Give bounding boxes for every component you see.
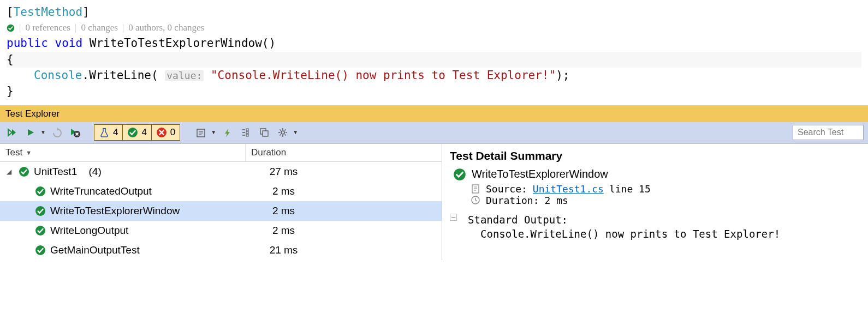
test-row[interactable]: GetMainOutputTest21 ms <box>0 240 442 260</box>
stdout-label: Standard Output: <box>468 214 568 226</box>
source-line: line 15 <box>609 183 651 195</box>
settings-button[interactable] <box>275 125 290 140</box>
code-editor[interactable]: [TestMethod] | 0 references | 0 changes … <box>0 0 868 105</box>
run-button[interactable] <box>23 125 38 140</box>
run-all-button[interactable] <box>4 125 20 140</box>
run-failed-button[interactable] <box>68 125 83 140</box>
detail-title: Test Detail Summary <box>450 149 860 162</box>
expand-icon[interactable]: ◢ <box>7 168 14 176</box>
pass-icon <box>19 166 29 177</box>
pass-icon <box>35 225 46 236</box>
run-dropdown[interactable]: ▼ <box>40 129 46 135</box>
test-row[interactable]: WriteLongOutput2 ms <box>0 221 442 240</box>
duration-label: Duration: <box>486 195 539 206</box>
panel-title: Test Explorer <box>0 105 868 122</box>
playlist-dropdown[interactable]: ▼ <box>211 129 216 135</box>
group-by-button[interactable] <box>238 125 253 140</box>
test-group-row[interactable]: ◢UnitTest1 (4) 27 ms <box>0 162 442 182</box>
source-label: Source: <box>486 183 527 195</box>
repeat-button[interactable] <box>49 125 64 140</box>
test-detail-pane: Test Detail Summary WriteToTestExplorerW… <box>442 144 868 260</box>
codelens-changes[interactable]: 0 changes <box>81 21 118 34</box>
test-duration: 2 ms <box>246 225 442 237</box>
codelens-authors[interactable]: 0 authors, 0 changes <box>128 21 204 34</box>
detail-test-name: WriteToTestExplorerWindow <box>472 168 608 180</box>
pass-icon <box>35 186 46 197</box>
document-icon <box>471 184 480 194</box>
test-row[interactable]: WriteToTestExplorerWindow2 ms <box>0 201 442 221</box>
pass-icon <box>127 127 138 138</box>
code-line-signature: public void WriteToTestExplorerWindow() <box>7 35 861 51</box>
test-duration: 2 ms <box>246 205 442 217</box>
test-name: WriteToTestExplorerWindow <box>50 205 180 217</box>
stdout-text: Console.WriteLine() now prints to Test E… <box>480 228 860 240</box>
test-tree-pane: Test ▼ Duration ◢UnitTest1 (4) 27 ms Wri… <box>0 144 442 260</box>
duration-value: 2 ms <box>545 195 568 206</box>
test-name: WriteTruncatedOutput <box>50 185 152 197</box>
test-explorer-toolbar: ▼ 4 4 0 ▼ ▼ <box>0 122 868 143</box>
codelens-row[interactable]: | 0 references | 0 changes | 0 authors, … <box>7 20 861 35</box>
counter-total[interactable]: 4 <box>94 125 123 140</box>
pass-icon <box>453 168 466 181</box>
source-link[interactable]: UnitTest1.cs <box>533 183 604 195</box>
test-duration: 2 ms <box>246 185 442 197</box>
search-input[interactable] <box>793 125 864 140</box>
layout-button[interactable] <box>257 125 272 140</box>
column-header-test[interactable]: Test ▼ <box>0 144 246 161</box>
test-counters: 4 4 0 <box>94 124 180 141</box>
counter-passed[interactable]: 4 <box>123 125 151 140</box>
clock-icon <box>471 195 480 205</box>
pass-icon <box>35 245 46 256</box>
pass-icon <box>7 24 15 32</box>
playlist-button[interactable] <box>193 125 209 140</box>
fail-icon <box>156 127 167 138</box>
counter-failed[interactable]: 0 <box>152 125 180 140</box>
code-line-attribute: [TestMethod] <box>7 4 861 20</box>
test-row[interactable]: WriteTruncatedOutput2 ms <box>0 182 442 201</box>
code-line-body: Console.WriteLine( value: "Console.Write… <box>7 68 861 83</box>
code-line-brace-close: } <box>7 83 861 99</box>
column-header-duration[interactable]: Duration <box>246 144 442 161</box>
run-after-build-button[interactable] <box>219 125 235 140</box>
code-line-brace-open: { <box>7 52 861 68</box>
test-name: GetMainOutputTest <box>50 244 140 256</box>
pass-icon <box>35 206 46 216</box>
codelens-references[interactable]: 0 references <box>25 21 70 34</box>
flask-icon <box>99 127 110 138</box>
collapse-toggle[interactable]: − <box>450 214 457 221</box>
settings-dropdown[interactable]: ▼ <box>293 129 298 135</box>
test-duration: 21 ms <box>246 244 442 256</box>
test-name: WriteLongOutput <box>50 225 128 237</box>
